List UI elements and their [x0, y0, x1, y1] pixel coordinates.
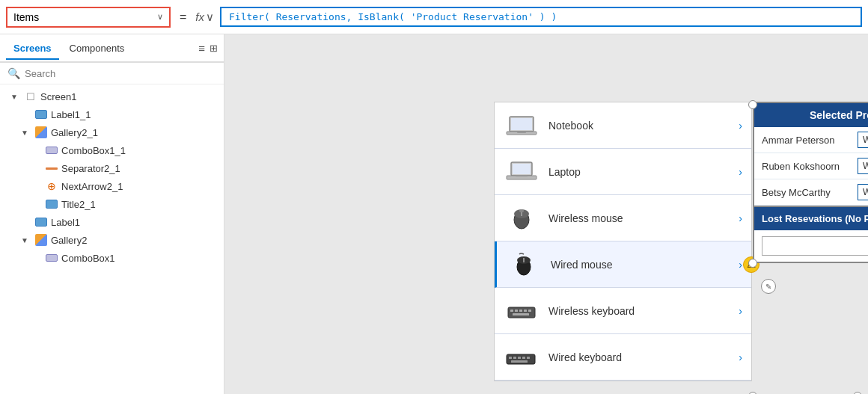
svg-rect-24	[513, 357, 516, 359]
dd-value-1: Wireless mouse	[863, 161, 868, 171]
svg-rect-1	[511, 118, 532, 130]
sidebar-search-bar: 🔍	[0, 63, 224, 84]
tree-item-separator2_1[interactable]: Separator2_1	[0, 159, 224, 177]
wired-keyboard-arrow: ›	[739, 351, 742, 363]
product-row-wired-mouse[interactable]: Wired mouse › ⚠	[495, 241, 751, 288]
wireless-mouse-name: Wireless mouse	[548, 212, 730, 224]
svg-rect-25	[518, 357, 521, 359]
expand-gallery2[interactable]: ▼	[21, 236, 31, 244]
product-row-notebook[interactable]: Notebook ›	[495, 102, 751, 149]
wireless-mouse-arrow: ›	[739, 212, 742, 224]
tab-components[interactable]: Components	[62, 38, 132, 60]
title2_1-label: Title2_1	[61, 199, 96, 210]
gallery-icon	[34, 126, 48, 139]
product-row-wireless-mouse[interactable]: Wireless mouse ›	[495, 195, 751, 241]
svg-rect-15	[508, 307, 535, 318]
product-row-wired-keyboard[interactable]: Wired keyboard ›	[495, 334, 751, 381]
label1-label: Label1	[51, 217, 80, 228]
lost-section-header: Lost Resevations (No Product Relationshi…	[754, 206, 868, 230]
expand-gallery2_1[interactable]: ▼	[21, 129, 31, 137]
tree-item-label1[interactable]: Label1	[0, 213, 224, 231]
list-view-icon[interactable]: ≡	[198, 42, 205, 55]
tree-item-title2_1[interactable]: Title2_1	[0, 195, 224, 213]
expand-title2_1	[31, 200, 42, 209]
reservation-row-1: Ruben Kokshoorn Wireless mouse ⌄ ›	[754, 153, 868, 179]
formula-box[interactable]: Filter( Reservations, IsBlank( 'Product …	[220, 7, 862, 27]
items-name-box[interactable]: Items ∨	[6, 7, 171, 28]
reservation-dropdown-0[interactable]: Wireless mouse ⌄	[858, 132, 868, 148]
reservation-name-0: Ammar Peterson	[762, 135, 852, 146]
combobox-icon	[45, 144, 58, 157]
svg-rect-18	[519, 310, 522, 312]
svg-rect-20	[528, 310, 531, 312]
svg-rect-21	[513, 313, 529, 315]
main-area: Screens Components ≡ ⊞ 🔍 ▼ ☐ Screen1	[0, 34, 868, 394]
fx-button[interactable]: fx ∨	[195, 10, 214, 24]
reservation-dropdown-1[interactable]: Wireless mouse ⌄	[858, 158, 868, 174]
tree-item-combobox1_1[interactable]: ComboBox1_1	[0, 141, 224, 159]
label1-icon	[34, 215, 48, 229]
product-row-wireless-keyboard[interactable]: Wireless keyboard ›	[495, 288, 751, 334]
fx-chevron[interactable]: ∨	[206, 10, 214, 24]
lost-title: Lost Resevations (No Product Relationshi…	[762, 213, 868, 224]
wireless-keyboard-icon	[504, 298, 540, 324]
lost-dropdown[interactable]: ⌄	[762, 236, 868, 256]
formula-text: Filter( Reservations, IsBlank( 'Product …	[229, 11, 557, 22]
svg-rect-5	[513, 164, 531, 174]
svg-rect-16	[510, 310, 513, 312]
gallery-panel: Notebook › Laptop ›	[494, 102, 752, 381]
tree-item-gallery2_1[interactable]: ▼ Gallery2_1	[0, 123, 224, 141]
reservation-row-2: Betsy McCarthy Wireless mouse ⌄ ›	[754, 179, 868, 206]
expand-nextarrow2_1	[31, 182, 42, 191]
svg-rect-26	[522, 357, 525, 359]
reservation-dropdown-2[interactable]: Wireless mouse ⌄	[858, 184, 868, 200]
combobox1-icon	[45, 251, 58, 265]
toolbar: Items ∨ = fx ∨ Filter( Reservations, IsB…	[0, 0, 868, 34]
wireless-mouse-icon	[504, 205, 540, 232]
handle-tl[interactable]	[748, 100, 757, 109]
combobox1_1-label: ComboBox1_1	[61, 145, 126, 156]
svg-rect-28	[511, 360, 528, 363]
tree-item-label1_1[interactable]: Label1_1	[0, 105, 224, 123]
dd-value-2: Wireless mouse	[863, 187, 868, 197]
wired-keyboard-name: Wired keyboard	[548, 351, 730, 363]
search-icon: 🔍	[7, 67, 20, 79]
grid-view-icon[interactable]: ⊞	[210, 43, 218, 54]
tree-item-combobox1[interactable]: ComboBox1	[0, 249, 224, 267]
equals-sign: =	[177, 10, 189, 24]
tree-item-gallery2[interactable]: ▼ Gallery2	[0, 231, 224, 249]
svg-rect-22	[507, 354, 535, 364]
lost-row: ⌄ ›	[754, 230, 868, 262]
svg-rect-23	[509, 357, 512, 359]
items-label: Items	[13, 11, 39, 23]
tree-item-nextarrow2_1[interactable]: ⊕ NextArrow2_1	[0, 177, 224, 195]
handle-ml[interactable]	[748, 259, 757, 268]
laptop-icon	[504, 158, 540, 185]
expand-screen1[interactable]: ▼	[10, 93, 21, 101]
gallery2_1-label: Gallery2_1	[51, 127, 98, 138]
lost-value	[767, 241, 769, 251]
product-row-laptop[interactable]: Laptop ›	[495, 149, 751, 195]
expand-label1_1	[21, 111, 31, 119]
sidebar-tree: ▼ ☐ Screen1 Label1_1 ▼ Gallery2_1 Combo	[0, 84, 224, 394]
separator2_1-label: Separator2_1	[61, 163, 120, 174]
search-input[interactable]	[25, 68, 216, 79]
edit-badge[interactable]: ✎	[761, 279, 776, 294]
svg-rect-7	[516, 176, 528, 177]
svg-rect-3	[517, 132, 526, 133]
expand-label1	[21, 218, 31, 227]
reservations-header: Selected Product Reservations	[754, 103, 868, 127]
separator-icon	[45, 161, 58, 175]
tab-screens[interactable]: Screens	[6, 38, 59, 60]
wired-mouse-name: Wired mouse	[551, 259, 730, 271]
reservation-name-2: Betsy McCarthy	[762, 187, 852, 198]
canvas-area: Notebook › Laptop ›	[224, 34, 868, 394]
label1_1-label: Label1_1	[51, 109, 91, 120]
notebook-icon	[504, 112, 540, 139]
sidebar: Screens Components ≡ ⊞ 🔍 ▼ ☐ Screen1	[0, 34, 224, 394]
name-dropdown-chevron[interactable]: ∨	[157, 12, 163, 22]
wired-keyboard-icon	[504, 344, 540, 371]
expand-combobox1	[31, 254, 42, 262]
gallery2-icon	[34, 233, 48, 247]
tree-item-screen1[interactable]: ▼ ☐ Screen1	[0, 87, 224, 105]
